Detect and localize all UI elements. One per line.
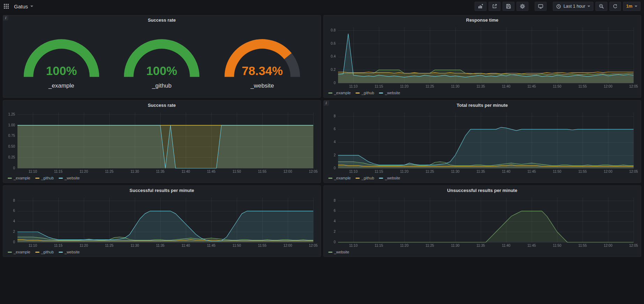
chart-canvas[interactable] bbox=[325, 24, 639, 90]
legend-swatch bbox=[35, 252, 39, 253]
gauge-label: _github bbox=[152, 82, 171, 89]
refresh-interval-label: 1m bbox=[626, 4, 632, 9]
legend-series-name: _github bbox=[361, 176, 374, 180]
save-button[interactable] bbox=[503, 2, 514, 11]
clock-icon bbox=[556, 4, 561, 9]
chart-legend: _example_github_website bbox=[5, 249, 319, 255]
panel-info-icon[interactable]: i bbox=[3, 15, 8, 21]
apps-grid-icon[interactable] bbox=[3, 3, 9, 9]
legend-item-_github[interactable]: _github bbox=[35, 176, 54, 180]
gauge-_github: 100%_github bbox=[118, 30, 206, 89]
legend-item-_example[interactable]: _example bbox=[8, 176, 30, 180]
panel-info-icon[interactable]: i bbox=[324, 101, 329, 106]
share-icon bbox=[492, 3, 497, 9]
legend-swatch bbox=[356, 92, 360, 94]
legend-item-_github[interactable]: _github bbox=[35, 250, 54, 254]
legend-swatch bbox=[379, 178, 383, 179]
gauge-value: 100% bbox=[46, 64, 77, 77]
legend-swatch bbox=[328, 252, 332, 253]
time-range-label: Last 1 hour bbox=[563, 4, 585, 9]
legend-item-_example[interactable]: _example bbox=[328, 176, 351, 180]
chevron-down-icon bbox=[30, 6, 33, 7]
panel-unsuccessful-results: Unsuccessful results per minute _website bbox=[323, 185, 642, 257]
dashboard-title: Gatus bbox=[14, 3, 28, 9]
legend-swatch bbox=[35, 178, 39, 179]
chevron-down-icon bbox=[587, 6, 590, 7]
gauge-arc: 100% bbox=[17, 30, 105, 82]
legend-series-name: _website bbox=[65, 176, 80, 180]
panel-title[interactable]: Successful results per minute bbox=[5, 187, 319, 194]
save-icon bbox=[506, 3, 511, 9]
navbar: Gatus bbox=[0, 0, 644, 13]
chart-canvas[interactable] bbox=[325, 109, 639, 175]
legend-swatch bbox=[8, 252, 12, 253]
legend-item-_website[interactable]: _website bbox=[59, 250, 80, 254]
legend-swatch bbox=[59, 252, 63, 253]
legend-series-name: _website bbox=[385, 91, 400, 95]
panel-success-rate-gauges: i Success rate 100%_example100%_github78… bbox=[3, 15, 321, 98]
time-range-button[interactable]: Last 1 hour bbox=[553, 2, 593, 11]
legend-series-name: _website bbox=[385, 176, 400, 180]
legend-swatch bbox=[59, 178, 63, 179]
gauge-arc: 78.34% bbox=[218, 30, 306, 82]
refresh-interval-button[interactable]: 1m bbox=[623, 2, 641, 11]
gauge-label: _example bbox=[49, 82, 74, 89]
legend-item-_github[interactable]: _github bbox=[356, 176, 374, 180]
legend-item-_website[interactable]: _website bbox=[379, 176, 400, 180]
chart-legend: _website bbox=[325, 249, 639, 255]
panel-title[interactable]: Unsuccessful results per minute bbox=[325, 187, 639, 194]
legend-series-name: _github bbox=[361, 91, 374, 95]
chart-canvas[interactable] bbox=[5, 194, 319, 249]
gauge-row: 100%_example100%_github78.34%_website bbox=[5, 24, 319, 96]
panel-successful-results: Successful results per minute _example_g… bbox=[3, 185, 321, 257]
legend-series-name: _github bbox=[41, 176, 54, 180]
panel-total-results: i Total results per minute _example_gith… bbox=[323, 100, 642, 183]
legend-swatch bbox=[328, 178, 332, 179]
chart-canvas[interactable] bbox=[325, 194, 639, 249]
panel-title[interactable]: Success rate bbox=[5, 102, 319, 109]
legend-series-name: _website bbox=[65, 250, 80, 254]
refresh-button[interactable] bbox=[609, 2, 621, 11]
share-button[interactable] bbox=[489, 2, 500, 11]
chevron-down-icon bbox=[635, 6, 637, 7]
legend-series-name: _example bbox=[14, 176, 30, 180]
chart-legend: _example_github_website bbox=[325, 90, 639, 96]
legend-series-name: _website bbox=[334, 250, 349, 254]
legend-item-_example[interactable]: _example bbox=[328, 91, 351, 95]
chart-canvas[interactable] bbox=[5, 109, 319, 175]
zoom-out-icon bbox=[599, 3, 604, 9]
panel-title[interactable]: Response time bbox=[325, 16, 639, 24]
bar-chart-plus-icon bbox=[478, 3, 483, 9]
legend-item-_example[interactable]: _example bbox=[8, 250, 30, 254]
legend-series-name: _github bbox=[41, 250, 54, 254]
legend-series-name: _example bbox=[334, 176, 351, 180]
panel-title[interactable]: Total results per minute bbox=[325, 102, 639, 109]
legend-item-_website[interactable]: _website bbox=[328, 250, 349, 254]
legend-item-_website[interactable]: _website bbox=[59, 176, 80, 180]
gauge-label: _website bbox=[250, 82, 274, 89]
gear-icon bbox=[520, 3, 525, 9]
legend-item-_github[interactable]: _github bbox=[356, 91, 374, 95]
legend-item-_website[interactable]: _website bbox=[379, 91, 400, 95]
gauge-value: 78.34% bbox=[242, 64, 283, 77]
gauge-value: 100% bbox=[146, 64, 177, 77]
legend-swatch bbox=[379, 92, 383, 94]
refresh-icon bbox=[613, 4, 618, 9]
legend-series-name: _example bbox=[334, 91, 351, 95]
chart-legend: _example_github_website bbox=[325, 175, 639, 181]
legend-swatch bbox=[328, 92, 332, 94]
add-panel-button[interactable] bbox=[475, 2, 486, 11]
legend-series-name: _example bbox=[14, 250, 30, 254]
cycle-view-button[interactable] bbox=[535, 2, 547, 11]
panel-success-rate-graph: Success rate _example_github_website bbox=[3, 100, 321, 183]
legend-swatch bbox=[356, 178, 360, 179]
gauge-arc: 100% bbox=[118, 30, 206, 82]
chart-legend: _example_github_website bbox=[5, 175, 319, 181]
panel-title[interactable]: Success rate bbox=[5, 16, 319, 24]
gauge-_website: 78.34%_website bbox=[218, 30, 306, 89]
settings-button[interactable] bbox=[517, 2, 528, 11]
dashboard-title-button[interactable]: Gatus bbox=[13, 3, 35, 10]
zoom-out-button[interactable] bbox=[595, 2, 607, 11]
dashboard-grid: i Success rate 100%_example100%_github78… bbox=[0, 13, 644, 259]
gauge-_example: 100%_example bbox=[17, 30, 105, 89]
